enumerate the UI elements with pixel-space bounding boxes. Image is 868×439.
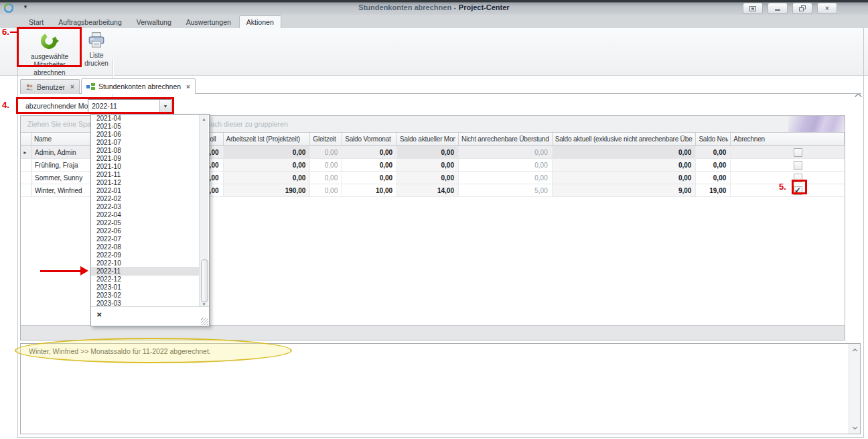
cell-nicht-anrechenbare-ueberstunden[interactable]: 0,00 — [459, 172, 553, 184]
month-option[interactable]: 2021-04 — [91, 115, 200, 123]
ribbon-tab-start[interactable]: Start — [22, 16, 50, 28]
month-option[interactable]: 2022-01 — [91, 187, 200, 195]
month-option[interactable]: 2022-03 — [91, 203, 200, 211]
cell-name[interactable]: Admin, Admin — [31, 146, 92, 158]
month-option[interactable]: 2022-05 — [91, 219, 200, 227]
log-panel[interactable]: Winter, Winfried >> Monatssaldo für 11-2… — [20, 343, 861, 434]
tab-stundenkonten-abrechnen[interactable]: Stundenkonten abrechnen × — [81, 78, 196, 94]
cell-nicht-anrechenbare-ueberstunden[interactable]: 0,00 — [459, 146, 553, 158]
cell-nicht-anrechenbare-ueberstunden[interactable]: 0,00 — [459, 159, 553, 171]
ribbon-tab-verwaltung[interactable]: Verwaltung — [130, 16, 178, 28]
month-combo-box[interactable]: 2022-11 ▼ — [88, 99, 171, 113]
column-header-abrechnen[interactable]: Abrechnen — [731, 133, 845, 145]
month-option[interactable]: 2021-10 — [91, 163, 200, 171]
cell-arbeitszeit-ist[interactable]: 190,00 — [224, 184, 311, 196]
dropdown-scrollbar[interactable]: ▲ ▼ — [199, 115, 208, 308]
cell-name[interactable]: Sommer, Sunny — [31, 172, 92, 184]
month-option[interactable]: 2021-12 — [91, 179, 200, 187]
month-option[interactable]: 2021-09 — [91, 155, 200, 163]
month-option[interactable]: 2022-04 — [91, 211, 200, 219]
clear-selection-icon[interactable]: ✕ — [96, 312, 102, 318]
cell-abrechnen: ✓ — [731, 184, 845, 196]
chevron-down-icon[interactable]: ▼ — [159, 100, 171, 112]
abrechnen-checkbox[interactable] — [794, 161, 802, 170]
resize-grip[interactable] — [201, 318, 208, 325]
abrechnen-checkbox[interactable] — [794, 174, 802, 182]
month-option[interactable]: 2022-12 — [91, 275, 200, 284]
month-option[interactable]: 2022-11 — [91, 267, 200, 275]
cell-saldo-aktueller-monat[interactable]: 14,00 — [397, 184, 459, 196]
cell-saldo-aktuell-exklusive[interactable]: 0,00 — [553, 146, 697, 158]
month-option[interactable]: 2022-07 — [91, 235, 200, 243]
ribbon-tab-aktionen[interactable]: Aktionen — [239, 15, 281, 28]
cell-arbeitszeit-ist[interactable]: 0,00 — [224, 159, 311, 171]
cell-name[interactable]: Winter, Winfried — [31, 184, 92, 196]
cell-saldo-neu[interactable]: 0,00 — [696, 172, 731, 184]
restore-button[interactable] — [792, 3, 812, 14]
month-option[interactable]: 2022-09 — [91, 251, 200, 259]
fullscreen-button[interactable] — [743, 3, 763, 14]
cell-name[interactable]: Frühling, Fraja — [31, 159, 92, 171]
cell-saldo-neu[interactable]: 0,00 — [696, 159, 731, 171]
abrechnen-ribbon-button[interactable]: ausgewählte Mitarbeiter abrechnen — [18, 29, 81, 68]
column-header-saldo-vormonat[interactable]: Saldo Vormonat — [342, 133, 397, 145]
panel-decoration — [788, 116, 845, 132]
month-option[interactable]: 2023-01 — [91, 284, 200, 292]
column-header-gleitzeit[interactable]: Gleitzeit — [310, 133, 342, 145]
month-option[interactable]: 2022-08 — [91, 243, 200, 251]
month-option[interactable]: 2021-06 — [91, 131, 200, 139]
cell-gleitzeit[interactable]: 0,00 — [310, 172, 342, 184]
cell-saldo-aktueller-monat[interactable]: 0,00 — [397, 146, 459, 158]
month-option[interactable]: 2022-10 — [91, 259, 200, 267]
cell-arbeitszeit-ist[interactable]: 0,00 — [224, 172, 311, 184]
close-tab-icon[interactable]: × — [70, 83, 74, 90]
button-label-line: Mitarbeiter abrechnen — [18, 61, 81, 77]
close-button[interactable]: × — [817, 3, 837, 14]
ribbon-tab-auswertungen[interactable]: Auswertungen — [179, 16, 238, 28]
row-indicator: ► — [21, 146, 31, 158]
tab-benutzer[interactable]: Benutzer × — [20, 79, 80, 94]
cell-saldo-aktuell-exklusive[interactable]: 0,00 — [553, 172, 697, 184]
cell-saldo-neu[interactable]: 19,00 — [696, 184, 731, 196]
cell-saldo-aktuell-exklusive[interactable]: 0,00 — [553, 159, 697, 171]
column-header-saldo-aktueller-monat[interactable]: Saldo aktueller Monat — [397, 133, 459, 145]
cell-saldo-vormonat[interactable]: 0,00 — [342, 159, 397, 171]
cell-saldo-neu[interactable]: 0,00 — [696, 146, 731, 158]
window-controls: × — [743, 3, 837, 14]
abrechnen-checkbox[interactable]: ✓ — [794, 186, 802, 195]
cell-saldo-aktuell-exklusive[interactable]: 9,00 — [553, 184, 697, 196]
column-header-saldo-aktuell-exklusive[interactable]: Saldo aktuell (exklusive nicht anrechenb… — [553, 133, 697, 145]
cell-gleitzeit[interactable]: 0,00 — [310, 146, 342, 158]
column-header-saldo-neu[interactable]: Saldo Neu▲ — [696, 133, 731, 145]
liste-drucken-button[interactable]: Liste drucken — [83, 29, 110, 68]
cell-saldo-vormonat[interactable]: 0,00 — [342, 172, 397, 184]
cell-arbeitszeit-ist[interactable]: 0,00 — [224, 146, 311, 158]
cell-saldo-vormonat[interactable]: 10,00 — [342, 184, 397, 196]
month-option[interactable]: 2022-02 — [91, 195, 200, 203]
minimize-button[interactable] — [768, 3, 788, 14]
column-header-name[interactable]: Name — [31, 133, 92, 145]
ribbon-tab-auftragsbearbeitung[interactable]: Auftragsbearbeitung — [52, 16, 129, 28]
close-tab-icon[interactable]: × — [186, 83, 190, 90]
log-scrollbar[interactable] — [849, 344, 860, 434]
cell-saldo-aktueller-monat[interactable]: 0,00 — [397, 159, 459, 171]
abrechnen-checkbox[interactable] — [794, 148, 802, 157]
month-option[interactable]: 2021-05 — [91, 123, 200, 131]
cell-nicht-anrechenbare-ueberstunden[interactable]: 5,00 — [459, 184, 553, 196]
scroll-up-icon[interactable] — [849, 344, 860, 355]
column-header-nicht-anrechenbare-ueberstunden[interactable]: Nicht anrechenbare Überstunden — [459, 133, 553, 145]
month-option[interactable]: 2021-07 — [91, 139, 200, 147]
month-option[interactable]: 2021-08 — [91, 147, 200, 155]
cell-gleitzeit[interactable]: 0,00 — [310, 184, 342, 196]
column-header-arbeitszeit-ist[interactable]: Arbeitszeit Ist (Projektzeit) — [224, 133, 311, 145]
refresh-green-icon — [40, 31, 60, 51]
cell-saldo-vormonat[interactable]: 0,00 — [342, 146, 397, 158]
cell-gleitzeit[interactable]: 0,00 — [310, 159, 342, 171]
month-option[interactable]: 2022-06 — [91, 227, 200, 235]
scroll-down-icon[interactable] — [849, 422, 860, 433]
scrollbar-thumb[interactable] — [201, 259, 208, 302]
cell-saldo-aktueller-monat[interactable]: 0,00 — [397, 172, 459, 184]
month-option[interactable]: 2023-02 — [91, 292, 200, 300]
scroll-up-icon[interactable]: ▲ — [200, 115, 208, 123]
month-option[interactable]: 2021-11 — [91, 171, 200, 179]
